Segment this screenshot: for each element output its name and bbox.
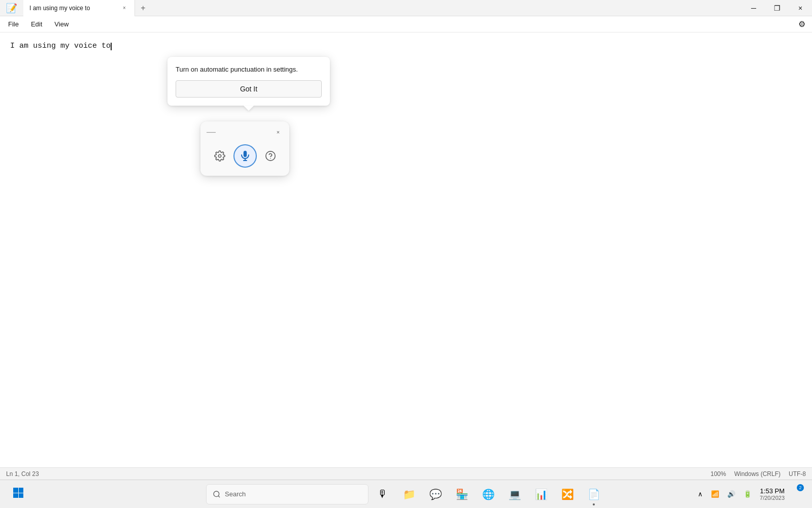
voice-settings-button[interactable] — [210, 146, 229, 166]
zoom-level: 100% — [710, 470, 726, 478]
files-icon: 📁 — [403, 488, 416, 500]
taskbar-app-widget[interactable]: 📊 — [529, 482, 553, 506]
title-bar: 📝 I am using my voice to × + ─ ❐ × — [0, 0, 812, 16]
taskbar-app-notepad[interactable]: 📄 — [582, 482, 606, 506]
text-cursor — [111, 43, 112, 50]
editor-text: I am using my voice to — [10, 42, 111, 50]
file-menu[interactable]: File — [2, 16, 25, 32]
taskbar-left — [6, 482, 30, 506]
minimize-button[interactable]: ─ — [742, 0, 765, 16]
app-icon: 📝 — [0, 0, 23, 16]
git-icon: 🔀 — [561, 488, 574, 500]
search-placeholder: Search — [225, 490, 362, 498]
editor-content: I am using my voice to — [0, 33, 812, 60]
cursor-position: Ln 1, Col 23 — [6, 470, 39, 478]
status-left: Ln 1, Col 23 — [6, 470, 39, 478]
settings-icon — [214, 150, 225, 162]
window-controls: ─ ❐ × — [742, 0, 812, 16]
view-menu[interactable]: View — [48, 16, 75, 32]
battery-button[interactable]: 🔋 — [740, 488, 755, 500]
system-clock[interactable]: 1:53 PM 7/20/2023 — [757, 486, 788, 502]
menu-items: File Edit View — [2, 16, 75, 32]
svg-point-4 — [265, 151, 275, 161]
taskbar-app-dell[interactable]: 💻 — [502, 482, 527, 506]
voice-panel-header: — × — [205, 125, 285, 140]
dell-icon: 💻 — [509, 488, 521, 500]
taskbar-app-files[interactable]: 📁 — [397, 482, 421, 506]
edit-menu[interactable]: Edit — [25, 16, 48, 32]
battery-icon: 🔋 — [743, 490, 752, 498]
microphone-button[interactable] — [233, 144, 257, 168]
edge-icon: 🌐 — [482, 488, 495, 500]
speaker-icon: 🔊 — [727, 490, 735, 498]
restore-button[interactable]: ❐ — [765, 0, 789, 16]
help-icon — [265, 150, 276, 162]
svg-rect-9 — [19, 493, 23, 498]
gear-icon: ⚙ — [798, 19, 805, 29]
active-indicator — [593, 503, 595, 505]
close-button[interactable]: × — [789, 0, 812, 16]
voice-help-button[interactable] — [261, 146, 280, 166]
voice-recorder-icon: 🎙 — [378, 488, 388, 500]
clock-date: 7/20/2023 — [760, 495, 785, 501]
editor-area[interactable]: I am using my voice to Turn on automatic… — [0, 33, 812, 467]
notification-center-button[interactable]: ∧ — [695, 488, 706, 500]
menu-bar: File Edit View ⚙ — [0, 16, 812, 33]
notification-badge-button[interactable]: 2 — [790, 482, 806, 506]
line-ending: Windows (CRLF) — [734, 470, 781, 478]
got-it-button[interactable]: Got It — [176, 80, 322, 98]
svg-rect-7 — [19, 488, 23, 493]
notification-icon: ∧ — [698, 490, 703, 498]
settings-button[interactable]: ⚙ — [794, 16, 810, 33]
encoding: UTF-8 — [789, 470, 806, 478]
new-tab-button[interactable]: + — [135, 0, 151, 16]
status-bar: Ln 1, Col 23 100% Windows (CRLF) UTF-8 — [0, 467, 812, 480]
store-icon: 🏪 — [456, 488, 468, 500]
taskbar-app-voice-recorder[interactable]: 🎙 — [370, 482, 395, 506]
search-bar[interactable]: Search — [206, 484, 368, 504]
system-tray: ∧ 📶 🔊 🔋 1:53 PM 7/20/2023 2 — [695, 482, 806, 506]
tooltip-popup: Turn on automatic punctuation in setting… — [167, 57, 330, 106]
svg-rect-1 — [244, 151, 247, 157]
voice-control-panel: — × — [200, 121, 289, 176]
start-button[interactable] — [6, 482, 30, 506]
speaker-button[interactable]: 🔊 — [724, 488, 738, 500]
wifi-icon: 📶 — [711, 490, 719, 498]
taskbar-app-store[interactable]: 🏪 — [450, 482, 474, 506]
title-bar-left: 📝 I am using my voice to × + — [0, 0, 151, 16]
taskbar: Search 🎙 📁 💬 🏪 🌐 💻 📊 🔀 📄 — [0, 480, 812, 508]
search-icon — [213, 490, 221, 498]
svg-point-0 — [218, 154, 221, 157]
voice-panel-buttons — [205, 142, 285, 172]
widget-icon: 📊 — [535, 488, 548, 500]
notification-badge: 2 — [797, 484, 804, 491]
drag-handle: — — [207, 126, 215, 137]
active-tab[interactable]: I am using my voice to × — [23, 0, 135, 16]
tooltip-arrow — [244, 106, 254, 111]
voice-panel-close-button[interactable]: × — [273, 127, 283, 137]
taskbar-app-git[interactable]: 🔀 — [555, 482, 580, 506]
microphone-icon — [239, 150, 251, 162]
notepad-icon: 📄 — [588, 488, 600, 500]
skype-icon: 💬 — [429, 488, 442, 500]
wifi-button[interactable]: 📶 — [708, 488, 722, 500]
svg-rect-8 — [13, 493, 18, 498]
taskbar-app-edge[interactable]: 🌐 — [476, 482, 500, 506]
tab-title: I am using my voice to — [29, 5, 116, 12]
status-right: 100% Windows (CRLF) UTF-8 — [710, 470, 806, 478]
svg-point-10 — [214, 491, 219, 497]
taskbar-app-skype[interactable]: 💬 — [423, 482, 448, 506]
tooltip-message: Turn on automatic punctuation in setting… — [176, 65, 322, 74]
windows-logo-icon — [12, 487, 24, 502]
tab-close-button[interactable]: × — [120, 4, 128, 12]
clock-time: 1:53 PM — [760, 487, 785, 495]
svg-rect-6 — [13, 488, 18, 493]
